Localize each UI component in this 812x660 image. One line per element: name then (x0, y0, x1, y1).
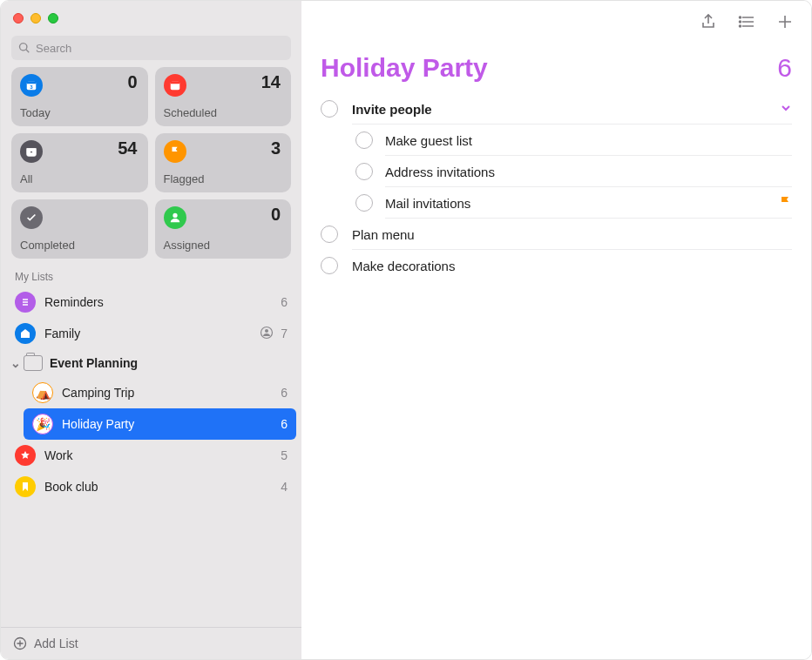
check-icon (20, 206, 43, 229)
star-icon (15, 445, 36, 466)
svg-rect-4 (170, 82, 179, 84)
sidebar-list-book-club[interactable]: Book club 4 (1, 471, 301, 502)
my-lists-header: My Lists (1, 262, 301, 286)
reminder-title: Invite people (352, 102, 432, 117)
svg-point-9 (740, 17, 741, 18)
smart-assigned-count: 0 (271, 205, 281, 225)
search-placeholder: Search (36, 42, 71, 55)
plus-circle-icon (13, 636, 27, 650)
calendar-icon: 3 (20, 74, 43, 97)
smart-assigned-label: Assigned (164, 239, 210, 252)
smart-scheduled-label: Scheduled (164, 106, 217, 119)
list-icon (15, 292, 36, 313)
svg-point-11 (740, 25, 741, 27)
smart-today[interactable]: 3 0 Today (11, 67, 148, 126)
reminder-address-invitations[interactable]: Address invitations (301, 156, 811, 187)
plus-icon (776, 13, 794, 30)
reminder-invite-people[interactable]: Invite people (301, 93, 811, 125)
list-total-count: 6 (777, 53, 792, 83)
flag-icon (778, 195, 792, 209)
sidebar-group-event-planning[interactable]: ⌄ Event Planning (1, 349, 301, 377)
sidebar: Search 3 0 Today 14 Scheduled (1, 1, 301, 659)
reminder-title: Make guest list (385, 133, 472, 148)
smart-completed[interactable]: Completed (11, 199, 148, 259)
list-name: Reminders (44, 295, 281, 309)
group-children: ⛺️ Camping Trip 6 🎉 Holiday Party 6 (1, 377, 301, 440)
reminder-make-decorations[interactable]: Make decorations (301, 250, 811, 281)
reminder-flag[interactable] (778, 195, 792, 212)
reminders-list: Invite people Make guest list Address in… (301, 88, 811, 281)
smart-all[interactable]: 54 All (11, 133, 148, 192)
reminder-checkbox[interactable] (321, 226, 338, 243)
smart-all-label: All (20, 172, 32, 185)
window-traffic-lights (1, 1, 301, 27)
smart-assigned[interactable]: 0 Assigned (155, 199, 292, 259)
add-list-button[interactable]: Add List (1, 627, 301, 659)
svg-point-10 (740, 21, 741, 23)
subtasks-toggle[interactable] (780, 102, 792, 117)
list-title-row: Holiday Party 6 (301, 43, 811, 88)
list-count: 5 (281, 448, 288, 462)
reminder-checkbox[interactable] (355, 131, 373, 149)
window-minimize-button[interactable] (30, 13, 41, 24)
smart-scheduled[interactable]: 14 Scheduled (155, 67, 292, 126)
list-count: 6 (281, 295, 288, 309)
list-name: Holiday Party (62, 417, 281, 431)
smart-completed-label: Completed (20, 239, 75, 252)
svg-point-5 (173, 213, 177, 218)
list-count: 6 (281, 417, 288, 431)
folder-icon (24, 355, 43, 371)
list-count: 6 (281, 386, 288, 400)
chevron-down-icon (780, 102, 792, 114)
window-close-button[interactable] (13, 13, 24, 24)
flag-icon (164, 140, 186, 163)
sidebar-list-family[interactable]: Family 7 (1, 318, 301, 349)
reminder-plan-menu[interactable]: Plan menu (301, 219, 811, 250)
sidebar-list-work[interactable]: Work 5 (1, 440, 301, 471)
list-name: Family (44, 327, 260, 340)
new-reminder-button[interactable] (775, 11, 795, 32)
smart-flagged[interactable]: 3 Flagged (155, 133, 292, 192)
calendar-icon (164, 74, 186, 97)
reminder-title: Address invitations (385, 165, 495, 179)
reminder-checkbox[interactable] (321, 100, 338, 118)
list-options-icon (738, 13, 755, 30)
search-icon (18, 42, 30, 54)
reminder-mail-invitations[interactable]: Mail invitations (301, 187, 811, 219)
reminder-checkbox[interactable] (321, 257, 338, 274)
add-list-label: Add List (34, 636, 78, 650)
smart-flagged-label: Flagged (164, 172, 205, 185)
reminder-title: Plan menu (352, 227, 415, 242)
list-name: Work (44, 448, 281, 462)
bookmark-icon (15, 476, 36, 497)
list-name: Camping Trip (62, 386, 281, 400)
window-zoom-button[interactable] (48, 13, 58, 24)
app-window: Search 3 0 Today 14 Scheduled (0, 0, 812, 660)
list-count: 4 (281, 480, 288, 494)
shared-icon (260, 326, 274, 342)
smart-all-count: 54 (118, 138, 137, 158)
tray-icon (20, 140, 43, 163)
smart-flagged-count: 3 (271, 138, 281, 158)
reminder-make-guest-list[interactable]: Make guest list (301, 125, 811, 156)
smart-lists-grid: 3 0 Today 14 Scheduled 54 All (1, 67, 301, 262)
share-button[interactable] (698, 11, 719, 32)
sidebar-list-holiday-party[interactable]: 🎉 Holiday Party 6 (24, 408, 296, 440)
sidebar-list-camping-trip[interactable]: ⛺️ Camping Trip 6 (18, 377, 301, 408)
list-count: 7 (281, 327, 288, 340)
reminder-checkbox[interactable] (355, 163, 373, 180)
list-emoji-icon: ⛺️ (32, 382, 53, 403)
house-icon (15, 323, 36, 344)
main-toolbar (301, 1, 811, 43)
reminder-title: Mail invitations (385, 196, 470, 211)
list-name: Book club (44, 480, 281, 494)
list-emoji-icon: 🎉 (32, 414, 53, 434)
main-panel: Holiday Party 6 Invite people Make guest… (301, 1, 811, 659)
reminder-checkbox[interactable] (355, 194, 373, 212)
search-input[interactable]: Search (11, 36, 291, 60)
view-options-button[interactable] (736, 11, 757, 32)
svg-point-7 (265, 329, 268, 333)
share-icon (700, 13, 717, 30)
sidebar-list-reminders[interactable]: Reminders 6 (1, 286, 301, 318)
group-name: Event Planning (50, 356, 138, 370)
